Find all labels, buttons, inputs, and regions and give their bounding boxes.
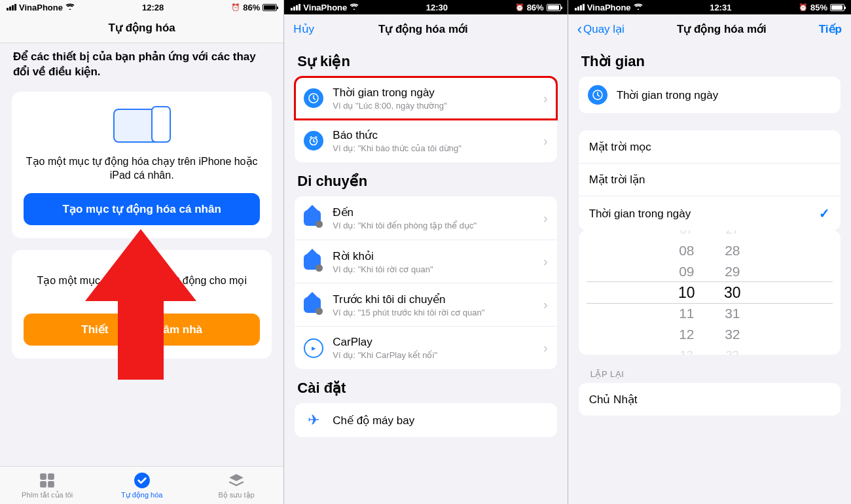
card-home-automation: Tạo một mục t g hóa hoạt động cho mọi tr… bbox=[12, 250, 272, 359]
status-time: 12:28 bbox=[142, 3, 164, 12]
tab-gallery[interactable]: Bộ sưu tập bbox=[189, 467, 283, 504]
alarm-icon: ⏰ bbox=[231, 3, 240, 12]
svg-rect-3 bbox=[40, 481, 46, 488]
row-title: Thời gian trong ngày bbox=[333, 86, 538, 99]
picker-hours[interactable]: 07 08 09 10 11 12 13 bbox=[664, 230, 710, 355]
row-airplane-mode[interactable]: ✈ Chế độ máy bay bbox=[295, 403, 556, 437]
devices-icon bbox=[113, 106, 171, 145]
pane-time-config: VinaPhone 12:31 ⏰ 85% ‹ Quay lại Tự động… bbox=[568, 0, 851, 504]
svg-rect-2 bbox=[48, 473, 54, 480]
svg-rect-4 bbox=[48, 481, 54, 488]
alarm-icon: ⏰ bbox=[515, 3, 524, 12]
row-title: Chủ Nhật bbox=[589, 393, 638, 406]
chevron-right-icon: › bbox=[543, 134, 548, 149]
home-before-icon bbox=[304, 297, 323, 313]
section-header-repeat: LẶP LẠI bbox=[590, 369, 841, 379]
carrier: VinaPhone bbox=[303, 3, 347, 12]
section-header-travel: Di chuyển bbox=[297, 173, 556, 190]
svg-rect-1 bbox=[40, 473, 46, 480]
back-button[interactable]: ‹ Quay lại bbox=[577, 22, 625, 36]
row-title: Chế độ máy bay bbox=[333, 414, 547, 427]
row-title: Rời khỏi bbox=[333, 249, 538, 263]
battery-icon bbox=[547, 4, 561, 11]
clock-icon bbox=[304, 88, 323, 108]
option-time-of-day[interactable]: Thời gian trong ngày ✓ bbox=[579, 196, 841, 230]
section-header-time: Thời gian bbox=[581, 53, 841, 70]
carrier: VinaPhone bbox=[587, 3, 631, 12]
option-label: Mặt trời mọc bbox=[589, 140, 651, 154]
carrier: VinaPhone bbox=[19, 3, 63, 12]
repeat-day-sunday[interactable]: Chủ Nhật bbox=[579, 383, 841, 416]
row-subtitle: Ví dụ: "Khi tôi rời cơ quan" bbox=[333, 264, 538, 274]
option-label: Thời gian trong ngày bbox=[589, 207, 819, 221]
chevron-right-icon: › bbox=[543, 211, 548, 226]
create-personal-automation-button[interactable]: Tạo mục tự động hóa cá nhân bbox=[24, 193, 260, 225]
card-text: Tạo một mục t g hóa hoạt động cho mọi tr… bbox=[24, 274, 260, 302]
battery-icon bbox=[830, 4, 844, 11]
status-time: 12:31 bbox=[710, 3, 731, 12]
option-sunset[interactable]: Mặt trời lặn bbox=[579, 163, 841, 196]
pane-new-automation-triggers: VinaPhone 12:30 ⏰ 86% Hủy Tự động hóa mớ… bbox=[283, 0, 567, 504]
row-time-of-day-header: Thời gian trong ngày bbox=[579, 77, 841, 113]
row-title: Trước khi tôi di chuyển bbox=[333, 293, 538, 306]
battery-pct: 86% bbox=[243, 3, 260, 12]
row-subtitle: Ví dụ "Lúc 8:00, ngày thường" bbox=[333, 101, 538, 111]
status-time: 12:30 bbox=[426, 3, 448, 12]
status-bar: VinaPhone 12:28 ⏰ 86% bbox=[0, 0, 283, 14]
airplane-icon: ✈ bbox=[304, 412, 323, 429]
row-before-leave[interactable]: Trước khi tôi di chuyển Ví dụ: "15 phút … bbox=[295, 283, 556, 326]
home-arrive-icon bbox=[304, 210, 323, 226]
tab-shortcuts[interactable]: Phím tắt của tôi bbox=[0, 467, 94, 504]
signal-icon bbox=[291, 4, 300, 10]
nav-title: Tự động hóa mới bbox=[378, 22, 468, 36]
wifi-icon bbox=[350, 3, 359, 12]
chevron-right-icon: › bbox=[543, 91, 548, 106]
row-title: Thời gian trong ngày bbox=[617, 88, 719, 102]
status-bar: VinaPhone 12:30 ⏰ 86% bbox=[284, 0, 567, 14]
row-arrive[interactable]: Đến Ví dụ: "Khi tôi đến phòng tập thể dụ… bbox=[295, 196, 556, 240]
carplay-icon bbox=[304, 338, 323, 358]
nav-title: Tự động hóa mới bbox=[677, 22, 767, 36]
tab-label: Tự động hóa bbox=[121, 491, 163, 499]
signal-icon bbox=[7, 4, 16, 10]
automation-icon bbox=[134, 472, 151, 489]
grid-icon bbox=[39, 472, 56, 489]
row-subtitle: Ví dụ: "Khi tôi đến phòng tập thể dục" bbox=[333, 221, 538, 230]
home-leave-icon bbox=[304, 254, 323, 270]
row-subtitle: Ví dụ: "15 phút trước khi tôi rời cơ qua… bbox=[333, 308, 538, 317]
battery-pct: 85% bbox=[810, 3, 827, 12]
pane-automation-home: VinaPhone 12:28 ⏰ 86% Tự động hóa Để các… bbox=[0, 0, 283, 504]
setup-home-button[interactable]: Thiết ung tâm nhà bbox=[24, 314, 260, 346]
picker-minutes[interactable]: 27 28 29 30 31 32 33 bbox=[710, 230, 755, 355]
chevron-right-icon: › bbox=[543, 340, 548, 355]
tab-automation[interactable]: Tự động hóa bbox=[94, 467, 189, 504]
signal-icon bbox=[575, 4, 585, 10]
svg-point-5 bbox=[134, 473, 150, 488]
row-subtitle: Ví dụ: "Khi CarPlay kết nối" bbox=[333, 350, 538, 360]
status-bar: VinaPhone 12:31 ⏰ 85% bbox=[568, 0, 851, 14]
row-title: Đến bbox=[333, 206, 538, 219]
row-alarm[interactable]: Báo thức Ví dụ: "Khi báo thức của tôi dừ… bbox=[295, 119, 556, 162]
option-label: Mặt trời lặn bbox=[589, 173, 645, 187]
nav-bar: Hủy Tự động hóa mới bbox=[284, 14, 567, 43]
battery-icon bbox=[263, 4, 277, 11]
alarm-icon: ⏰ bbox=[799, 3, 808, 12]
nav-bar: ‹ Quay lại Tự động hóa mới Tiếp bbox=[568, 14, 851, 43]
tab-label: Bộ sưu tập bbox=[218, 491, 254, 499]
card-personal-automation: Tạo một mục tự động hóa chạy trên iPhone… bbox=[12, 92, 272, 238]
page-subtitle: Để các thiết bị của bạn phản ứng với các… bbox=[12, 43, 272, 92]
row-leave[interactable]: Rời khỏi Ví dụ: "Khi tôi rời cơ quan" › bbox=[295, 240, 556, 283]
wifi-icon bbox=[65, 3, 75, 12]
checkmark-icon: ✓ bbox=[819, 206, 830, 221]
cancel-button[interactable]: Hủy bbox=[293, 22, 314, 36]
card-text: Tạo một mục tự động hóa chạy trên iPhone… bbox=[24, 154, 260, 183]
time-picker[interactable]: 07 08 09 10 11 12 13 27 28 29 30 31 32 3… bbox=[579, 230, 841, 355]
row-time-of-day[interactable]: Thời gian trong ngày Ví dụ "Lúc 8:00, ng… bbox=[295, 77, 556, 120]
next-button[interactable]: Tiếp bbox=[819, 22, 842, 36]
page-title: Tự động hóa bbox=[0, 14, 283, 43]
row-carplay[interactable]: CarPlay Ví dụ: "Khi CarPlay kết nối" › bbox=[295, 326, 556, 369]
chevron-right-icon: › bbox=[543, 254, 548, 269]
row-subtitle: Ví dụ: "Khi báo thức của tôi dừng" bbox=[333, 143, 538, 153]
option-sunrise[interactable]: Mặt trời mọc bbox=[579, 130, 841, 163]
clock-icon bbox=[588, 85, 607, 105]
